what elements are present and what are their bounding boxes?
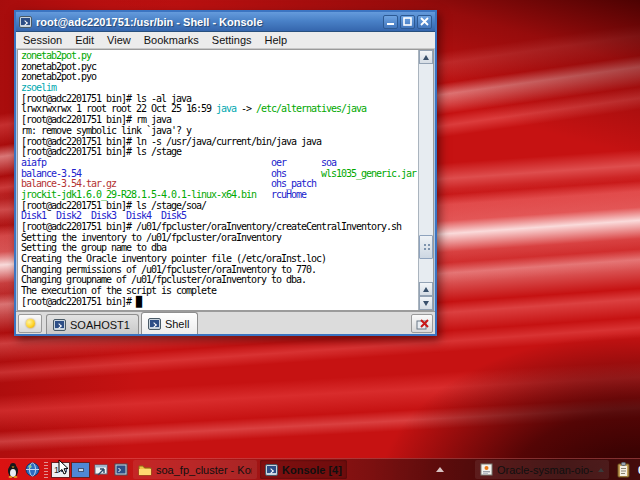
- konsole-launcher[interactable]: [113, 461, 130, 478]
- menu-help[interactable]: Help: [265, 34, 288, 46]
- applet-handle[interactable]: [44, 462, 48, 478]
- menu-edit[interactable]: Edit: [75, 34, 94, 46]
- group-arrow-icon: [598, 468, 604, 472]
- mouse-cursor: [58, 459, 70, 477]
- menu-view[interactable]: View: [107, 34, 131, 46]
- new-session-icon: [26, 319, 35, 328]
- tab-bar: SOAHOST1 Shell: [16, 311, 435, 334]
- terminal-output[interactable]: zonetab2pot.pyzonetab2pot.pyczonetab2pot…: [18, 50, 418, 310]
- menu-session[interactable]: Session: [23, 34, 62, 46]
- task-label: Oracle-sysman-oio-oio: [497, 464, 593, 476]
- task-label: Konsole [4]: [282, 464, 342, 476]
- arrow-up-icon: [423, 287, 429, 292]
- java-app-icon: [480, 463, 493, 476]
- maximize-button[interactable]: [400, 15, 415, 29]
- terminal-launcher-icon: [114, 463, 129, 477]
- start-menu-button[interactable]: [4, 461, 21, 478]
- window-title: root@adc2201751:/usr/bin - Shell - Konso…: [36, 16, 381, 28]
- klipper-tray-icon[interactable]: [615, 461, 632, 478]
- terminal-area: zonetab2pot.pyzonetab2pot.pyczonetab2pot…: [17, 49, 434, 311]
- taskbar: 1 soa_fp: [0, 458, 640, 480]
- scroll-up-button[interactable]: [419, 50, 433, 64]
- konsole-icon: [265, 464, 278, 476]
- folder-icon: [138, 464, 152, 476]
- mini-window-icon: [78, 468, 84, 472]
- arrow-down-icon: [423, 301, 429, 306]
- scroll-up-button-bottom[interactable]: [419, 282, 433, 296]
- pager-desktop-2[interactable]: [71, 462, 90, 478]
- new-session-button[interactable]: [18, 314, 42, 333]
- close-button[interactable]: [417, 15, 432, 29]
- show-desktop-button[interactable]: [93, 461, 110, 478]
- tab-label: SOAHOST1: [70, 319, 130, 331]
- web-browser-launcher[interactable]: [24, 461, 41, 478]
- konsole-window: root@adc2201751:/usr/bin - Shell - Konso…: [14, 10, 437, 336]
- maximize-icon: [403, 17, 412, 26]
- menu-bookmarks[interactable]: Bookmarks: [144, 34, 199, 46]
- konsole-icon: [53, 319, 66, 331]
- taskbar-button-konsole[interactable]: Konsole [4]: [260, 460, 347, 479]
- menu-settings[interactable]: Settings: [212, 34, 252, 46]
- scroll-down-button[interactable]: [419, 296, 433, 310]
- minimize-icon: [386, 17, 395, 26]
- desktop-pager: 1: [51, 462, 90, 478]
- taskbar-button-oracle-installer[interactable]: Oracle-sysman-oio-oio: [475, 460, 609, 479]
- close-icon: [420, 17, 429, 26]
- konsole-icon: [19, 16, 32, 28]
- taskbar-button-konqueror[interactable]: soa_fp_cluster - Konquer: [133, 460, 257, 479]
- minimize-button[interactable]: [383, 15, 398, 29]
- applet-handle-arrow-icon[interactable]: [436, 467, 444, 472]
- globe-icon: [25, 462, 40, 477]
- arrow-up-icon: [423, 55, 429, 60]
- task-label: soa_fp_cluster - Konquer: [156, 464, 252, 476]
- close-session-icon: [416, 318, 429, 330]
- scrollbar[interactable]: [418, 50, 433, 310]
- show-desktop-icon: [94, 463, 109, 477]
- scrollbar-thumb[interactable]: [419, 235, 433, 259]
- tab-soahost1[interactable]: SOAHOST1: [46, 314, 139, 334]
- clipboard-icon: [617, 462, 630, 478]
- tab-shell[interactable]: Shell: [141, 312, 198, 334]
- close-session-button[interactable]: [411, 314, 433, 333]
- desktop[interactable]: root@adc2201751:/usr/bin - Shell - Konso…: [0, 0, 640, 480]
- menubar: Session Edit View Bookmarks Settings Hel…: [16, 32, 435, 49]
- titlebar[interactable]: root@adc2201751:/usr/bin - Shell - Konso…: [16, 12, 435, 32]
- penguin-icon: [6, 462, 20, 478]
- konsole-icon: [148, 318, 161, 330]
- tab-label: Shell: [165, 318, 189, 330]
